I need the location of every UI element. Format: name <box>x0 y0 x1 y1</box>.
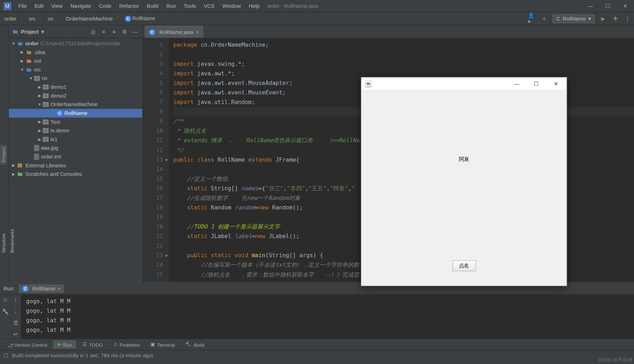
tree-scratch[interactable]: Scratches and Consoles <box>9 170 143 179</box>
swing-body: 阿衰 点名 <box>362 91 567 285</box>
panel-title: Project <box>21 29 39 35</box>
svg-point-0 <box>614 17 617 20</box>
menu-run[interactable]: Run <box>163 1 179 11</box>
swing-maximize-button[interactable]: ☐ <box>526 78 546 90</box>
watermark: CSDN @不良使 <box>598 357 633 363</box>
crumb-cn[interactable]: cn <box>46 15 55 22</box>
tree-onm[interactable]: OrderNameMachine <box>9 100 143 109</box>
class-icon: C <box>556 16 560 22</box>
add-user-icon[interactable]: 👤▾ <box>528 15 536 22</box>
tab-build[interactable]: 🔨Build <box>181 340 209 348</box>
project-tree[interactable]: orderC:\Users\17331\IdeaProjects\order .… <box>9 38 143 282</box>
structure-tool-tab[interactable]: Structure <box>0 226 7 256</box>
bookmarks-tool-tab[interactable]: Bookmarks <box>9 226 16 256</box>
project-panel-header: Project ▾ ◎ ≡ ≡ ⚙ — <box>9 25 143 38</box>
swing-close-button[interactable]: ✕ <box>546 78 565 90</box>
menu-refactor[interactable]: Refactor <box>116 1 143 11</box>
project-tool-tab[interactable]: Project <box>0 144 7 164</box>
tree-txdemo[interactable]: tx.demo <box>9 126 143 135</box>
menu-navigate[interactable]: Navigate <box>67 1 94 11</box>
run-console[interactable]: gogo, lat M Mgogo, lat M Mgogo, lat M Mg… <box>21 295 634 339</box>
menu-window[interactable]: Window <box>219 1 244 11</box>
swing-minimize-button[interactable]: — <box>507 78 526 90</box>
hammer
-icon: 🔨 <box>185 342 191 347</box>
editor-tab-bar: C RollName.java × <box>143 25 634 38</box>
tab-terminal[interactable]: ▣Terminal <box>146 340 179 348</box>
menu-vcs[interactable]: VCS <box>200 1 218 11</box>
tree-idea[interactable]: .idea <box>9 48 143 57</box>
close-tab-icon[interactable]: × <box>196 29 199 35</box>
branch-icon: ⎇ <box>8 342 12 347</box>
run-label: Run: <box>4 285 15 291</box>
maximize-button[interactable]: ☐ <box>599 0 617 12</box>
wrench-icon[interactable]: 🔧 <box>1 308 9 316</box>
crumb-src[interactable]: src <box>27 15 38 22</box>
wrap-иш
-icon[interactable]: ↩ <box>12 330 19 338</box>
tab-version-control[interactable]: ⎇Version Control <box>4 341 52 348</box>
editor-gutter[interactable]: 12345678910111213▶14151617181920212223▶2… <box>143 38 169 282</box>
tree-demo2[interactable]: demo2 <box>9 91 143 100</box>
down-icon[interactable]: ↓ <box>12 308 19 316</box>
tab-todo[interactable]: ☰TODO <box>78 340 107 348</box>
chevron-down-icon[interactable]: ▾ <box>41 29 44 35</box>
swing-name-label: 阿衰 <box>459 156 469 163</box>
tree-ext-libs[interactable]: External Libraries <box>9 161 143 170</box>
run-configuration[interactable]: C RollName ▾ <box>552 14 595 23</box>
menu-help[interactable]: Help <box>245 1 263 11</box>
tree-src[interactable]: src <box>9 65 143 74</box>
tree-aaa[interactable]: aaa.jpg <box>9 144 143 152</box>
menu-edit[interactable]: Edit <box>31 1 47 11</box>
crumb-package[interactable]: OrderNameMachine <box>64 15 115 22</box>
tree-rollname[interactable]: CRollName <box>9 109 143 118</box>
tree-text[interactable]: Text <box>9 117 143 126</box>
collapse-icon[interactable]: ≡ <box>110 28 118 35</box>
class-icon: C <box>125 16 131 22</box>
editor-tab-label: RollName.java <box>159 29 193 35</box>
close-button[interactable]: ✕ <box>617 0 634 12</box>
stop-button[interactable] <box>1 319 9 327</box>
warning-icon: ⚠ <box>113 342 117 347</box>
menu-file[interactable]: File <box>15 1 30 11</box>
status-text: Build completed successfully in 1 sec, 7… <box>12 352 153 358</box>
main-menu[interactable]: File Edit View Navigate Code Refactor Bu… <box>15 1 582 11</box>
debug-button[interactable] <box>611 15 619 22</box>
swing-title-bar[interactable]: ☕ — ☐ ✕ <box>362 77 567 91</box>
menu-build[interactable]: Build <box>143 1 162 11</box>
tree-cn[interactable]: cn <box>9 74 143 83</box>
target-icon[interactable]: ◎ <box>89 28 97 35</box>
menu-code[interactable]: Code <box>96 1 115 11</box>
expand-icon[interactable]: ≡ <box>100 28 108 35</box>
terminal-icon: ▣ <box>150 342 155 347</box>
minimize-button[interactable]: — <box>582 0 599 12</box>
hide-icon[interactable]: — <box>131 28 139 35</box>
crumb-class[interactable]: CRollName <box>123 15 157 23</box>
crumb-project[interactable]: order <box>2 15 18 22</box>
project-panel: Project ▾ ◎ ≡ ≡ ⚙ — orderC:\Users\17331\… <box>9 25 143 282</box>
svg-rect-7 <box>21 163 22 167</box>
tab-problems[interactable]: ⚠Problems <box>109 340 144 348</box>
navigation-bar: order〉 src〉 cn〉 OrderNameMachine〉 CRollN… <box>0 12 634 25</box>
tree-out[interactable]: out <box>9 57 143 65</box>
tree-orderiml[interactable]: order.iml <box>9 152 143 161</box>
up-icon[interactable]: ↑ <box>12 296 19 304</box>
tab-run[interactable]: ▶Run <box>53 340 76 348</box>
breadcrumbs[interactable]: order〉 src〉 cn〉 OrderNameMachine〉 CRollN… <box>2 15 528 23</box>
rerun-button[interactable]: ↻ <box>1 296 9 304</box>
tree-tx1[interactable]: tx1 <box>9 135 143 144</box>
filter-icon[interactable]: ☰ <box>12 319 19 327</box>
menu-tools[interactable]: Tools <box>180 1 199 11</box>
tree-demo1[interactable]: demo1 <box>9 83 143 92</box>
more-actions-icon[interactable]: ⋮ <box>623 15 631 22</box>
tree-root[interactable]: orderC:\Users\17331\IdeaProjects\order <box>9 39 143 48</box>
java-icon: ☕ <box>365 80 372 87</box>
run-panel: Run: C RollName × ↻ 🔧 ↑ ↓ ☰ ↩ gogo, lat … <box>0 282 634 339</box>
swing-window[interactable]: ☕ — ☐ ✕ 阿衰 点名 <box>361 77 567 286</box>
run-tab[interactable]: C RollName × <box>19 284 64 293</box>
swing-roll-button[interactable]: 点名 <box>452 260 476 271</box>
back-icon[interactable] <box>540 15 548 22</box>
editor-tab[interactable]: C RollName.java × <box>145 26 203 38</box>
close-icon[interactable]: × <box>58 285 61 291</box>
gear-icon[interactable]: ⚙ <box>121 28 128 35</box>
run-button[interactable]: ▶ <box>599 15 607 22</box>
menu-view[interactable]: View <box>48 1 66 11</box>
